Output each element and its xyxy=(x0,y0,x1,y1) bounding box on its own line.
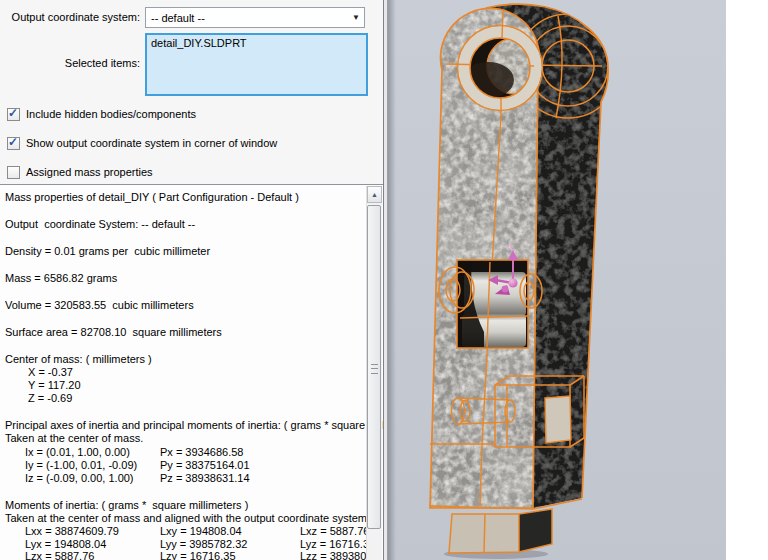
selected-items-label: Selected items: xyxy=(8,57,140,69)
com-x: X = -0.37 xyxy=(28,366,73,379)
axis-cell: Iy = (-1.00, 0.01, -0.09) xyxy=(25,459,160,472)
mass-properties-window: Output coordinate system: -- default -- … xyxy=(0,0,768,560)
chevron-down-icon[interactable]: ▼ xyxy=(348,13,364,22)
checkbox-show-cs[interactable]: ✓ xyxy=(7,137,20,150)
checkbox-row-show-cs[interactable]: ✓ Show output coordinate system in corne… xyxy=(7,136,277,150)
moments-row: Lxx = 38874609.79 Lxy = 194808.04 Lxz = … xyxy=(25,525,369,538)
check-icon: ✓ xyxy=(8,106,18,120)
moments-sub: Taken at the center of mass and aligned … xyxy=(5,512,370,525)
moments-row: Lzx = 5887.76 Lzy = 16716.35 Lzz = 38938… xyxy=(25,550,382,560)
checkbox-label: Show output coordinate system in corner … xyxy=(26,137,277,149)
scrollbar-grip xyxy=(371,364,378,374)
through-cut-face xyxy=(545,396,571,443)
com-header: Center of mass: ( millimeters ) xyxy=(5,353,152,366)
moment-cell: Pz = 38938631.14 xyxy=(160,472,250,485)
3d-viewport[interactable]: Ix xyxy=(388,0,726,560)
output-cs-dropdown[interactable]: -- default -- ▼ xyxy=(145,7,365,28)
checkbox-row-assigned-mass[interactable]: Assigned mass properties xyxy=(7,165,153,179)
check-icon: ✓ xyxy=(8,135,18,149)
checkbox-assigned-mass[interactable] xyxy=(7,166,20,179)
checkbox-label: Assigned mass properties xyxy=(26,166,153,178)
results-mass: Mass = 6586.82 grams xyxy=(5,272,117,285)
selected-items-list[interactable]: detail_DIY.SLDPRT xyxy=(145,33,368,96)
checkbox-include-hidden[interactable]: ✓ xyxy=(7,108,20,121)
principal-row: Iy = (-1.00, 0.01, -0.09) Py = 38375164.… xyxy=(25,459,250,472)
results-surface: Surface area = 82708.10 square millimete… xyxy=(5,326,222,339)
output-cs-label: Output coordinate system: xyxy=(8,11,140,23)
scroll-up-icon[interactable]: ▲ xyxy=(367,186,382,203)
com-z: Z = -0.69 xyxy=(28,392,72,405)
results-volume: Volume = 320583.55 cubic millimeters xyxy=(5,299,194,312)
axis-cell: Ix = (0.01, 1.00, 0.00) xyxy=(25,446,160,459)
results-scrollbar[interactable]: ▲ xyxy=(366,186,382,560)
tensor-cell: Lzy = 16716.35 xyxy=(160,550,300,560)
model-canvas[interactable]: Ix xyxy=(388,0,726,560)
moments-header: Moments of inertia: ( grams * square mil… xyxy=(5,499,248,512)
foot-block xyxy=(444,509,552,559)
com-y: Y = 117.20 xyxy=(28,379,81,392)
viewport-edge-shade xyxy=(388,0,396,560)
results-panel: Mass properties of detail_DIY ( Part Con… xyxy=(0,184,383,560)
checkbox-row-include-hidden[interactable]: ✓ Include hidden bodies/components xyxy=(7,107,196,121)
com-axis-label: Ix xyxy=(507,242,513,251)
output-cs-value: -- default -- xyxy=(146,12,348,24)
principal-sub: Taken at the center of mass. xyxy=(5,432,143,445)
tensor-cell: Lxx = 38874609.79 xyxy=(25,525,160,538)
mass-properties-dialog: Output coordinate system: -- default -- … xyxy=(0,0,383,184)
principal-row: Ix = (0.01, 1.00, 0.00) Px = 3934686.58 xyxy=(25,446,244,459)
principal-row: Iz = (-0.09, 0.00, 1.00) Pz = 38938631.1… xyxy=(25,472,250,485)
results-output-cs: Output coordinate System: -- default -- xyxy=(5,218,195,231)
list-item[interactable]: detail_DIY.SLDPRT xyxy=(147,35,366,49)
tensor-cell: Lxz = 5887.76 xyxy=(300,525,369,538)
principal-header: Principal axes of inertia and principal … xyxy=(5,419,383,432)
results-density: Density = 0.01 grams per cubic millimete… xyxy=(5,245,210,258)
tensor-cell: Lxy = 194808.04 xyxy=(160,525,300,538)
tensor-cell: Lzx = 5887.76 xyxy=(25,550,160,560)
moment-cell: Px = 3934686.58 xyxy=(160,446,244,459)
scrollbar-thumb[interactable] xyxy=(367,205,381,529)
moment-cell: Py = 38375164.01 xyxy=(160,459,250,472)
results-header: Mass properties of detail_DIY ( Part Con… xyxy=(5,191,299,204)
checkbox-label: Include hidden bodies/components xyxy=(26,108,196,120)
window-right-margin xyxy=(726,0,768,560)
axis-cell: Iz = (-0.09, 0.00, 1.00) xyxy=(25,472,160,485)
